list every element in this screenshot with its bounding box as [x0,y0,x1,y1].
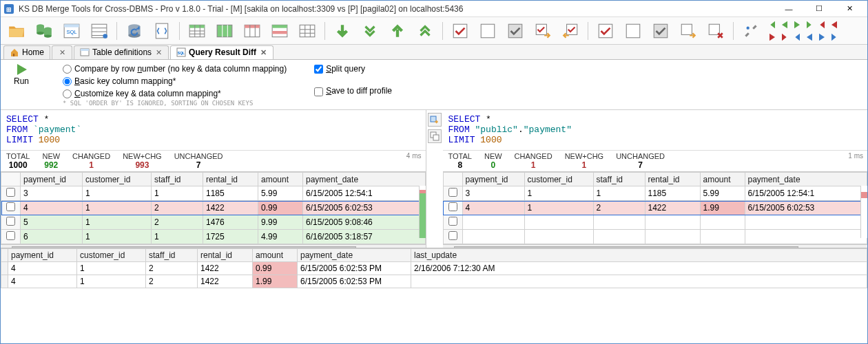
check-right2-icon[interactable] [676,20,700,42]
db-compare-icon[interactable] [32,20,56,42]
check-gray2-icon[interactable] [649,20,672,42]
table-row[interactable]: 31111855.996/15/2005 12:54:1 [1,186,426,201]
svg-text:⊞: ⊞ [6,6,12,13]
table-row[interactable]: 51214769.996/15/2005 9:08:46 [1,215,426,230]
right-grid-header: payment_idcustomer_idstaff_idrental_idam… [443,173,867,186]
sql-small-icon: SQL [176,47,186,57]
arrow-down-green-icon[interactable] [331,20,354,42]
table-row[interactable]: 61117254.996/16/2005 3:18:57 [1,230,426,244]
tab-qrd-label: Query Result Diff [189,47,256,57]
right-sql[interactable]: SELECT * FROM "public"."payment" LIMIT 1… [443,110,868,150]
tab-close-icon[interactable]: ✕ [58,48,66,56]
row-checkbox[interactable] [6,231,15,240]
nav-last-green-icon[interactable] [804,19,815,30]
uncheck2-icon[interactable] [621,20,645,42]
detail-pane: payment_idcustomer_idstaff_idrental_idam… [1,248,867,288]
check-gray-icon[interactable] [504,20,527,42]
sql-icon[interactable]: SQL [60,20,83,42]
document-tabs: Home ✕ Table definitions ✕ SQL Query Res… [1,45,867,60]
nav-last-blue-icon[interactable] [829,32,840,43]
svg-rect-42 [481,24,495,38]
svg-rect-52 [13,54,14,56]
minimize-button[interactable]: — [774,1,804,17]
radio-customize[interactable]: Customize key & data column mapping* [63,87,287,100]
left-diff-indicator[interactable] [419,186,426,238]
run-label: Run [14,76,29,86]
tab-close-icon[interactable]: ✕ [154,48,163,56]
arrow-up-green-icon[interactable] [386,20,409,42]
arrow-down2-icon[interactable] [358,20,382,42]
db-refresh-icon[interactable] [123,20,146,42]
check-icon[interactable] [448,20,472,42]
svg-rect-34 [272,25,287,28]
grid-mix-icon[interactable] [268,20,291,42]
table-row[interactable]: 31111855.996/15/2005 12:54:1 [443,186,867,201]
left-timing: 4 ms [406,152,422,160]
grid-green2-icon[interactable] [213,20,236,42]
open-folder-icon[interactable] [5,20,28,42]
row-checkbox[interactable] [6,188,15,197]
detail-grid-header: payment_idcustomer_idstaff_idrental_idam… [1,249,867,262]
tab-home[interactable]: Home [3,45,50,59]
tab-close-icon[interactable]: ✕ [259,48,267,56]
run-icon[interactable] [14,63,28,76]
svg-rect-30 [245,25,260,28]
settings-icon[interactable] [739,20,763,42]
nav-first-blue-icon[interactable] [792,32,803,43]
tab-table-definitions[interactable]: Table definitions ✕ [74,45,169,59]
nav-next-green-icon[interactable] [792,19,803,30]
row-checkbox[interactable] [448,217,457,226]
check-left-icon[interactable] [559,20,582,42]
left-sql[interactable]: SELECT * FROM `payment` LIMIT 1000 [1,110,426,150]
check-right-icon[interactable] [531,20,555,42]
grid-plain-icon[interactable] [296,20,319,42]
grid-red-icon[interactable] [240,20,264,42]
arrow-up2-icon[interactable] [413,20,437,42]
right-diff-indicator[interactable] [860,186,867,238]
nav-prev-green-icon[interactable] [779,19,790,30]
check-split-query[interactable]: Split query [314,64,392,74]
table-list-icon[interactable] [87,20,111,42]
right-grid[interactable]: payment_idcustomer_idstaff_idrental_idam… [443,172,868,244]
row-checkbox[interactable] [448,231,457,240]
script-icon[interactable] [150,20,174,42]
radio-row-number[interactable]: Compare by row number (no key & data col… [63,63,287,75]
tab-empty[interactable]: ✕ [52,45,72,59]
table-row[interactable]: 41214221.996/15/2005 6:02:53 PM [1,275,867,288]
grid-green-icon[interactable] [185,20,209,42]
close-button[interactable]: ✕ [834,1,865,17]
table-row[interactable]: 41214220.996/15/2005 6:02:53 PM2/16/2006… [1,262,867,275]
tab-query-result-diff[interactable]: SQL Query Result Diff ✕ [170,45,273,59]
nav-first-red-icon[interactable] [816,19,827,30]
row-checkbox[interactable] [6,202,15,211]
right-hscroll[interactable]: ◄► [443,244,868,248]
row-checkbox[interactable] [6,217,15,226]
nav-first-green-icon[interactable] [767,19,778,30]
table-row[interactable] [443,230,867,244]
maximize-button[interactable]: ☐ [804,1,834,17]
nav-prev-red-icon[interactable] [829,19,840,30]
nav-next-blue-icon[interactable] [816,32,827,43]
svg-rect-36 [300,25,315,36]
nav-prev-blue-icon[interactable] [804,32,815,43]
sync-right-button[interactable] [428,113,442,127]
detail-grid[interactable]: payment_idcustomer_idstaff_idrental_idam… [1,248,867,288]
svg-point-4 [37,32,44,34]
nav-last-red-icon[interactable] [779,32,790,43]
row-checkbox[interactable] [448,202,457,211]
radio-basic-key[interactable]: Basic key column mapping* [63,75,287,87]
uncheck-icon[interactable] [476,20,499,42]
table-row[interactable]: 41214221.996/15/2005 6:02:53 [443,201,867,215]
check2-icon[interactable] [594,20,617,42]
check-save-profile[interactable]: Save to diff profile [314,86,392,96]
left-hscroll[interactable]: ◄► [1,244,426,248]
svg-rect-57 [431,116,436,122]
check-x-icon[interactable] [704,20,727,42]
left-grid[interactable]: payment_idcustomer_idstaff_idrental_idam… [1,172,426,244]
table-row[interactable] [443,215,867,230]
row-checkbox[interactable] [448,188,457,197]
sync-copy-button[interactable] [428,129,442,143]
table-row[interactable]: 41214220.996/15/2005 6:02:53 [1,201,426,215]
left-pane: SELECT * FROM `payment` LIMIT 1000 TOTAL… [1,110,426,248]
nav-next-red-icon[interactable] [767,32,778,43]
